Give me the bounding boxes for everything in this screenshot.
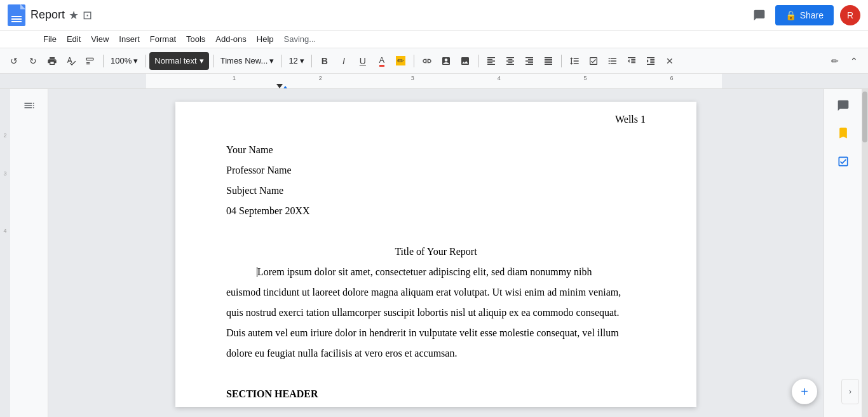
scrollbar-thumb[interactable] (862, 92, 867, 142)
align-right-button[interactable] (520, 52, 538, 70)
line-spacing-button[interactable] (566, 52, 583, 70)
underline-button[interactable]: U (354, 52, 372, 70)
text-cursor (257, 267, 257, 277)
menu-file[interactable]: File (38, 33, 62, 45)
justify-button[interactable] (539, 52, 557, 70)
menu-help[interactable]: Help (252, 33, 279, 45)
ruler-mark-4: 4 (498, 75, 501, 81)
comments-panel-button[interactable] (832, 94, 855, 117)
align-center-button[interactable] (501, 52, 519, 70)
pen-tool-button[interactable]: ✏ (826, 52, 844, 70)
zoom-value: 100% (111, 56, 132, 65)
separator-8 (561, 55, 562, 67)
doc-outline-button[interactable] (18, 94, 41, 117)
star-icon[interactable]: ★ (69, 8, 79, 22)
menu-insert[interactable]: Insert (114, 33, 145, 45)
highlight-button[interactable]: ✏ (392, 52, 410, 70)
style-value: Normal text (154, 56, 196, 65)
add-floating-button[interactable]: + (792, 379, 817, 404)
share-button[interactable]: 🔒 Share (775, 5, 834, 25)
folder-icon[interactable]: ⊡ (83, 8, 92, 22)
top-bar-right: 🔒 Share R (750, 5, 860, 25)
font-dropdown-icon: ▾ (269, 56, 274, 65)
ruler-area: 1 2 3 4 5 6 0.50 (0, 74, 868, 89)
lock-icon: 🔒 (785, 10, 796, 20)
menu-bar: File Edit View Insert Format Tools Add-o… (0, 31, 868, 48)
doc-icon-lines (11, 16, 22, 17)
vertical-scrollbar[interactable] (862, 89, 868, 417)
doc-line-professor[interactable]: Professor Name (226, 160, 646, 181)
expand-toolbar-button[interactable]: ⌃ (845, 52, 863, 70)
menu-addons[interactable]: Add-ons (210, 33, 251, 45)
bold-button[interactable]: B (316, 52, 334, 70)
doc-line-title[interactable]: Title of Your Report (226, 242, 646, 262)
style-dropdown-icon: ▾ (200, 56, 204, 65)
left-sidebar-buttons (10, 89, 48, 417)
line-num-2: 2 (3, 127, 6, 145)
separator-6 (414, 55, 414, 67)
insert-special-button[interactable] (437, 52, 455, 70)
doc-line-your-name[interactable]: Your Name (226, 140, 646, 160)
decrease-indent-button[interactable] (623, 52, 641, 70)
ruler-left-margin (0, 74, 146, 88)
doc-line-para1[interactable]: Lorem ipsum dolor sit amet, consectetuer… (226, 262, 646, 282)
clear-formatting-button[interactable]: ✕ (661, 52, 679, 70)
font-select[interactable]: Times New... ▾ (217, 52, 278, 70)
link-button[interactable] (418, 52, 436, 70)
doc-line-blank1 (226, 221, 646, 242)
page-header: Wells 1 (615, 112, 646, 127)
ruler-right-margin (722, 74, 868, 88)
font-color-button[interactable]: A (373, 52, 391, 70)
doc-line-blank2 (226, 364, 646, 384)
indent-marker[interactable]: 0.50 (278, 75, 292, 89)
ruler-mark-6: 6 (670, 75, 673, 81)
menu-format[interactable]: Format (145, 33, 181, 45)
ruler-mark-5: 5 (584, 75, 587, 81)
doc-line-para2[interactable]: euismod tincidunt ut laoreet dolore magn… (226, 282, 646, 303)
italic-button[interactable]: I (335, 52, 353, 70)
doc-line-para3[interactable]: quis nostrud exerci tation ullamcorper s… (226, 303, 646, 323)
ruler-main: 1 2 3 4 5 6 0.50 (146, 74, 722, 88)
comments-icon-button[interactable] (750, 6, 769, 24)
print-button[interactable] (43, 52, 61, 70)
document-body[interactable]: Your Name Professor Name Subject Name 04… (226, 140, 646, 404)
zoom-select[interactable]: 100% ▾ (107, 52, 141, 70)
ruler-mark-2: 2 (319, 75, 322, 81)
tasks-icon-button[interactable] (832, 150, 855, 173)
user-avatar[interactable]: R (840, 5, 860, 25)
keep-icon-button[interactable] (832, 122, 855, 145)
paint-format-button[interactable] (81, 52, 99, 70)
document-title[interactable]: Report (31, 8, 65, 22)
title-area: Report ★ ⊡ (31, 8, 92, 22)
docs-icon (8, 4, 25, 26)
doc-line-date[interactable]: 04 September 20XX (226, 201, 646, 221)
menu-tools[interactable]: Tools (181, 33, 210, 45)
expand-panel-button[interactable]: › (841, 379, 859, 404)
separator-7 (478, 55, 478, 67)
insert-image-button[interactable] (456, 52, 474, 70)
font-size-select[interactable]: 12 ▾ (285, 52, 307, 70)
style-select[interactable]: Normal text ▾ (149, 52, 208, 70)
increase-indent-button[interactable] (642, 52, 660, 70)
doc-line-para4[interactable]: Duis autem vel eum iriure dolor in hendr… (226, 323, 646, 343)
main-content: 2 3 4 Wells 1 Your Name Professor Name S… (0, 89, 868, 417)
doc-line-section-header[interactable]: SECTION HEADER (226, 384, 646, 404)
redo-button[interactable]: ↻ (24, 52, 42, 70)
line-numbers-panel: 2 3 4 (0, 89, 10, 417)
separator-3 (213, 55, 214, 67)
doc-line-para5[interactable]: dolore eu feugiat nulla facilisis at ver… (226, 343, 646, 364)
bullet-list-button[interactable] (604, 52, 621, 70)
align-left-button[interactable] (482, 52, 500, 70)
document-page[interactable]: Wells 1 Your Name Professor Name Subject… (175, 102, 696, 407)
menu-view[interactable]: View (86, 33, 114, 45)
checklist-button[interactable] (585, 52, 602, 70)
separator-5 (311, 55, 312, 67)
font-value: Times New... (220, 56, 268, 65)
page-area[interactable]: Wells 1 Your Name Professor Name Subject… (48, 89, 824, 417)
undo-button[interactable]: ↺ (5, 52, 23, 70)
doc-line-subject[interactable]: Subject Name (226, 181, 646, 201)
line-num-3: 3 (3, 145, 6, 202)
menu-edit[interactable]: Edit (62, 33, 86, 45)
separator-4 (281, 55, 281, 67)
spell-check-button[interactable] (62, 52, 80, 70)
